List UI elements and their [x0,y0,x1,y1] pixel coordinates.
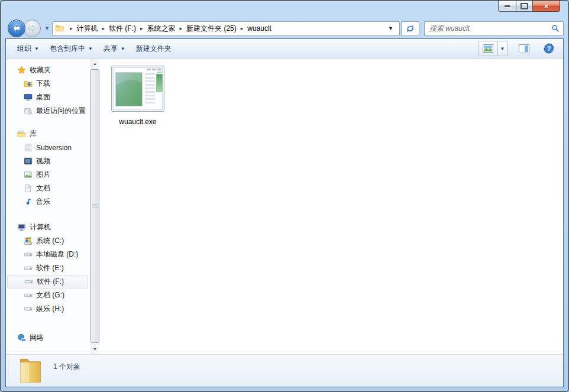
share-button[interactable]: 共享 ▼ [98,41,131,57]
help-button[interactable]: ? [541,41,557,56]
sidebar-item-label: 图片 [36,170,50,180]
address-dropdown-button[interactable]: ▼ [384,25,397,31]
sidebar-item-drive-e[interactable]: 软件 (E:) [6,261,90,275]
sidebar-item-recent-places[interactable]: 最近访问的位置 [6,104,90,118]
back-button[interactable] [8,20,25,37]
sidebar-item-documents[interactable]: 文档 [6,182,90,195]
organize-button[interactable]: 组织 ▼ [12,41,44,57]
file-name-label: wuauclt.exe [119,118,156,126]
search-input[interactable] [428,24,551,33]
favorites-section: 收藏夹 下载 桌面 [6,63,90,118]
sidebar-item-desktop[interactable]: 桌面 [6,90,90,104]
views-dropdown-button[interactable]: ▼ [497,41,507,56]
scrollbar-thumb[interactable] [90,69,99,343]
include-in-library-button[interactable]: 包含到库中 ▼ [44,41,98,57]
sidebar-item-label: 最近访问的位置 [36,106,86,116]
sidebar-item-drive-d[interactable]: 本地磁盘 (D:) [6,248,90,261]
location-folder-icon [55,24,64,33]
status-bar: 1 个对象 [6,354,563,387]
sidebar-item-drive-c[interactable]: 系统 (C:) [6,234,90,248]
breadcrumb-separator-icon[interactable]: ▸ [180,25,183,31]
scroll-down-icon[interactable]: ▼ [90,344,100,354]
sidebar-item-network[interactable]: 网络 [6,331,90,345]
network-icon [17,333,26,343]
breadcrumb-item-drive-f[interactable]: 软件 (F:) [109,24,136,34]
preview-pane-button[interactable] [516,41,532,56]
computer-icon [17,223,26,232]
refresh-button[interactable] [401,21,419,36]
title-bar[interactable]: × [1,1,568,18]
breadcrumb-separator-icon[interactable]: ▸ [102,25,105,31]
breadcrumb-item-folder1[interactable]: 系统之家 [147,24,176,34]
explorer-body: 收藏夹 下载 桌面 [6,59,563,354]
chevron-down-icon: ▼ [88,46,93,51]
forward-arrow-icon [28,25,36,32]
sidebar-item-label: 软件 (E:) [36,263,64,273]
sidebar-scrollbar[interactable]: ▲ ▼ [90,59,100,354]
share-label: 共享 [104,44,118,54]
libraries-icon [17,129,26,139]
views-split-button: ▼ [478,41,507,56]
sidebar-item-drive-g[interactable]: 文档 (G:) [6,289,90,302]
library-icon [23,143,33,153]
breadcrumb-separator-icon[interactable]: ▸ [140,25,143,31]
refresh-icon [406,24,415,33]
file-list-pane[interactable]: wuauclt.exe [100,59,563,354]
navigation-bar: ▼ ▸ 计算机 ▸ 软件 (F:) ▸ 系统之家 ▸ 新建文件夹 (25) ▸ … [1,18,568,38]
chevron-down-icon: ▼ [121,46,125,51]
file-item[interactable]: wuauclt.exe [106,66,170,126]
sidebar-item-drive-h[interactable]: 娱乐 (H:) [6,302,90,316]
sidebar-item-favorites[interactable]: 收藏夹 [6,63,90,77]
sidebar-item-label: 视频 [36,156,50,166]
sidebar-item-drive-f[interactable]: 软件 (F:) [7,275,88,289]
sidebar-item-label: 系统 (C:) [36,236,64,246]
minimize-button[interactable] [498,1,516,12]
sidebar-item-videos[interactable]: 视频 [6,154,90,168]
sidebar-item-subversion[interactable]: Subversion [6,141,90,154]
folder-icon [18,356,44,386]
videos-icon [23,157,33,166]
views-button[interactable] [479,41,497,56]
organize-label: 组织 [17,44,31,54]
breadcrumb-item-current[interactable]: wuauclt [247,24,271,33]
new-folder-button[interactable]: 新建文件夹 [131,41,177,57]
window-controls: × [498,1,560,12]
help-icon: ? [544,43,554,54]
sidebar-item-label: 下载 [36,79,50,89]
breadcrumb-separator-icon[interactable]: ▸ [70,25,73,31]
sidebar-item-computer[interactable]: 计算机 [6,221,90,234]
desktop-icon [23,93,33,102]
system-drive-icon [23,237,33,246]
maximize-icon [520,3,528,9]
sidebar-item-label: 文档 [36,183,50,193]
sidebar-item-pictures[interactable]: 图片 [6,168,90,182]
breadcrumb-item-folder2[interactable]: 新建文件夹 (25) [186,24,237,34]
sidebar-item-label: 软件 (F:) [37,277,64,287]
scroll-up-icon[interactable]: ▲ [90,59,100,69]
search-box [424,21,564,36]
network-section: 网络 [6,331,90,345]
recent-pages-button[interactable]: ▼ [44,25,50,31]
client-area: 组织 ▼ 包含到库中 ▼ 共享 ▼ 新建文件夹 [5,38,564,387]
breadcrumb-separator-icon[interactable]: ▸ [241,25,244,31]
music-icon [23,197,33,207]
star-icon [17,66,26,75]
command-toolbar: 组织 ▼ 包含到库中 ▼ 共享 ▼ 新建文件夹 [6,39,563,59]
close-button[interactable]: × [533,1,560,12]
forward-button[interactable] [23,20,41,37]
explorer-window: × ▼ ▸ 计算机 ▸ 软件 (F:) ▸ 系统之家 ▸ 新建文件夹 (25) … [0,0,569,392]
back-arrow-icon [12,25,21,32]
sidebar-item-label: 计算机 [30,222,51,232]
sidebar-item-label: 本地磁盘 (D:) [36,250,78,260]
search-icon[interactable] [551,24,560,33]
sidebar-item-music[interactable]: 音乐 [6,195,90,209]
sidebar-item-libraries[interactable]: 库 [6,127,90,141]
address-bar[interactable]: ▸ 计算机 ▸ 软件 (F:) ▸ 系统之家 ▸ 新建文件夹 (25) ▸ wu… [52,21,400,36]
sidebar-item-downloads[interactable]: 下载 [6,77,90,90]
item-count-label: 1 个对象 [53,362,80,372]
documents-icon [23,184,33,193]
maximize-button[interactable] [516,1,533,12]
new-folder-label: 新建文件夹 [136,44,172,54]
drive-icon [24,277,33,287]
breadcrumb-item-computer[interactable]: 计算机 [76,24,98,34]
